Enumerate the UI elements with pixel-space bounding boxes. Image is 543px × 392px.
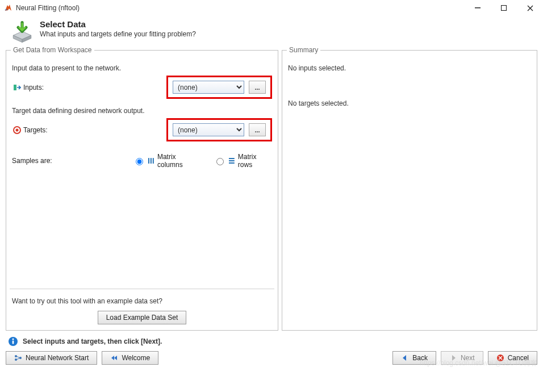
inputs-label-text: Inputs:	[23, 84, 44, 91]
summary-no-targets: No targets selected.	[288, 99, 531, 107]
summary-no-inputs: No inputs selected.	[288, 64, 531, 72]
inputs-icon	[13, 84, 21, 91]
next-label: Next	[461, 354, 475, 362]
get-data-panel: Get Data from Workspace Input data to pr…	[6, 50, 278, 331]
get-data-legend: Get Data from Workspace	[11, 46, 94, 54]
targets-icon	[13, 126, 21, 134]
hint-row: Select inputs and targets, then click [N…	[0, 331, 543, 348]
page-title: Select Data	[40, 19, 196, 29]
svg-rect-11	[229, 158, 235, 159]
inputs-select[interactable]: (none)	[173, 81, 244, 94]
header: Select Data What inputs and targets defi…	[0, 16, 543, 50]
example-question: Want to try out this tool with an exampl…	[12, 294, 272, 305]
next-icon	[449, 354, 457, 362]
welcome-button[interactable]: Welcome	[102, 351, 158, 365]
svg-rect-5	[14, 85, 16, 90]
svg-rect-10	[153, 158, 154, 164]
summary-panel: Summary No inputs selected. No targets s…	[282, 50, 537, 331]
svg-rect-1	[502, 6, 507, 11]
summary-legend: Summary	[287, 46, 320, 54]
load-example-button[interactable]: Load Example Data Set	[98, 311, 187, 324]
close-button[interactable]	[517, 0, 543, 16]
back-icon	[401, 354, 409, 362]
svg-rect-16	[12, 341, 14, 344]
cancel-button[interactable]: Cancel	[488, 351, 537, 365]
hint-text: Select inputs and targets, then click [N…	[23, 337, 162, 345]
back-button[interactable]: Back	[392, 351, 436, 365]
nn-start-icon	[14, 354, 22, 362]
neural-network-start-button[interactable]: Neural Network Start	[6, 351, 97, 365]
targets-label-row: Targets:	[12, 126, 166, 134]
svg-point-7	[16, 128, 19, 131]
inputs-highlight: (none) ...	[166, 76, 272, 99]
page-subtitle: What inputs and targets define your fitt…	[40, 30, 196, 38]
inputs-browse-button[interactable]: ...	[249, 81, 266, 94]
targets-select[interactable]: (none)	[173, 123, 244, 136]
titlebar: Neural Fitting (nftool)	[0, 0, 543, 16]
cancel-icon	[496, 354, 504, 362]
svg-rect-13	[229, 162, 235, 164]
svg-rect-12	[229, 160, 235, 161]
radio-columns-label: Matrix columns	[157, 153, 202, 169]
rewind-icon	[110, 354, 118, 362]
maximize-button[interactable]	[491, 0, 517, 16]
minimize-button[interactable]	[465, 0, 491, 16]
svg-point-15	[12, 339, 14, 340]
svg-rect-9	[151, 158, 152, 164]
load-example-label: Load Example Data Set	[106, 314, 178, 322]
inputs-label-row: Inputs:	[12, 84, 166, 91]
footer: Neural Network Start Welcome Back Next C…	[0, 348, 543, 370]
targets-label-text: Targets:	[23, 126, 48, 134]
targets-highlight: (none) ...	[166, 118, 272, 141]
targets-browse-button[interactable]: ...	[249, 123, 266, 136]
svg-rect-0	[475, 7, 481, 9]
matrix-rows-icon	[228, 157, 236, 165]
download-box-icon	[10, 20, 34, 44]
radio-matrix-rows[interactable]: Matrix rows	[214, 153, 272, 169]
cancel-label: Cancel	[508, 354, 529, 362]
info-icon	[8, 336, 18, 347]
back-label: Back	[412, 354, 428, 362]
next-button[interactable]: Next	[441, 351, 483, 365]
target-intro: Target data defining desired network out…	[12, 107, 272, 115]
welcome-label: Welcome	[122, 354, 150, 362]
samples-label: Samples are:	[12, 157, 122, 165]
window-title: Neural Fitting (nftool)	[16, 4, 465, 12]
radio-matrix-columns[interactable]: Matrix columns	[133, 153, 202, 169]
radio-rows-label: Matrix rows	[238, 153, 272, 169]
nn-start-label: Neural Network Start	[26, 354, 89, 362]
matrix-columns-icon	[147, 157, 155, 165]
svg-rect-8	[148, 158, 149, 164]
matlab-icon	[3, 3, 12, 12]
input-intro: Input data to present to the network.	[12, 64, 272, 72]
